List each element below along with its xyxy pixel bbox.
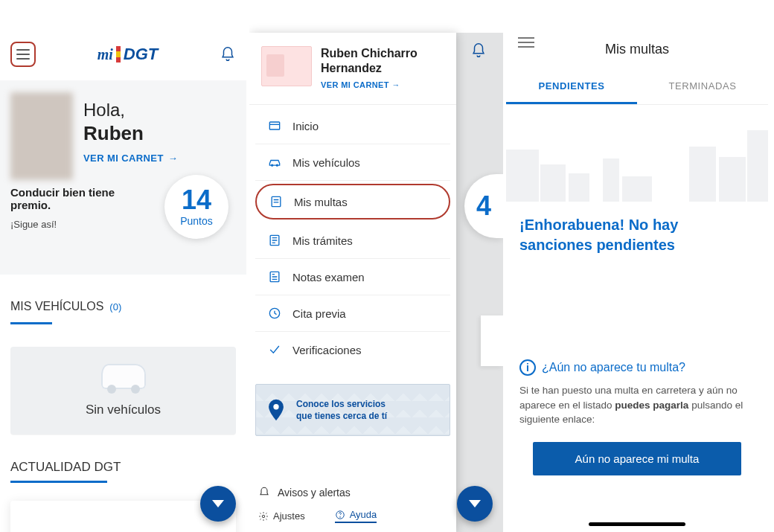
banner-line1: Conoce los servicios	[296, 399, 386, 409]
vehicles-card[interactable]: Sin vehículos	[10, 347, 236, 435]
ajustes-label: Ajustes	[273, 510, 305, 522]
menu-vehiculos[interactable]: Mis vehículos	[255, 144, 450, 181]
exam-icon	[267, 269, 282, 284]
ticket-icon	[269, 194, 284, 209]
app-logo[interactable]: mi DGT	[97, 45, 159, 64]
car-icon	[267, 155, 282, 170]
avisos-alertas-link[interactable]: Avisos y alertas	[258, 482, 447, 503]
menu-verificaciones[interactable]: Verificaciones	[255, 332, 450, 368]
menu-button[interactable]	[10, 42, 36, 67]
gear-icon	[258, 511, 269, 522]
page-title: Mis multas	[605, 42, 669, 57]
tab-terminadas[interactable]: TERMINADAS	[637, 71, 768, 104]
tab-pendientes[interactable]: PENDIENTES	[506, 71, 637, 104]
svg-rect-3	[272, 196, 281, 206]
user-photo	[10, 92, 73, 180]
menu-cita-previa[interactable]: Cita previa	[255, 295, 450, 332]
map-pin-icon	[263, 397, 289, 423]
skyline-illustration	[506, 105, 768, 202]
points-peek: 4	[464, 174, 503, 238]
svg-rect-0	[269, 122, 279, 129]
menu-button[interactable]	[518, 37, 534, 48]
no-sanctions-message: ¡Enhorabuena! No hay sanciones pendiente…	[519, 215, 755, 255]
points-label: Puntos	[180, 215, 213, 227]
points-peek-value: 4	[476, 190, 491, 222]
home-indicator	[589, 522, 685, 526]
car-icon	[101, 364, 146, 389]
ajustes-link[interactable]: Ajustes	[258, 509, 305, 523]
bell-icon	[220, 46, 236, 63]
vehicles-heading: MIS VEHÍCULOS	[10, 300, 103, 313]
flag-icon	[116, 46, 121, 63]
ayuda-label: Ayuda	[350, 509, 377, 520]
ver-mi-carnet-link[interactable]: VER MI CARNET →	[321, 80, 400, 89]
menu-label: Mis multas	[294, 196, 348, 208]
menu-label: Inicio	[292, 120, 319, 132]
news-heading: ACTUALIDAD DGT	[10, 460, 236, 475]
news-underline	[10, 481, 107, 483]
svg-point-10	[339, 516, 340, 517]
notifications-button[interactable]	[220, 46, 236, 63]
info-heading: i ¿Aún no aparece tu multa?	[519, 359, 755, 376]
card-peek	[481, 315, 503, 366]
bell-outline-icon	[258, 487, 270, 499]
points-value: 14	[182, 187, 211, 214]
clock-icon	[267, 306, 282, 321]
chevron-down-icon	[212, 500, 224, 507]
vehicles-empty-label: Sin vehículos	[86, 403, 161, 417]
info-heading-text: ¿Aún no aparece tu multa?	[542, 361, 685, 374]
menu-label: Cita previa	[292, 307, 346, 320]
arrow-right-icon: →	[168, 153, 178, 164]
ayuda-link[interactable]: Ayuda	[335, 509, 377, 523]
check-icon	[267, 342, 282, 357]
doc-icon	[267, 233, 282, 248]
menu-notas-examen[interactable]: Notas examen	[255, 259, 450, 295]
info-icon: i	[519, 359, 536, 376]
svg-point-7	[273, 404, 278, 409]
fab-dropdown-button[interactable]	[457, 486, 493, 522]
menu-tramites[interactable]: Mis trámites	[255, 222, 450, 259]
bell-icon	[470, 42, 487, 59]
nav-drawer: Ruben Chicharro Hernandez VER MI CARNET …	[249, 33, 456, 532]
tabs: PENDIENTES TERMINADAS	[506, 71, 768, 105]
vehicles-count: (0)	[109, 301, 121, 313]
aun-no-aparece-button[interactable]: Aún no aparece mi multa	[533, 442, 741, 475]
drive-well-title: Conducir bien tiene premio.	[10, 186, 144, 211]
nearby-services-banner[interactable]: Conoce los servicios que tienes cerca de…	[255, 384, 450, 436]
home-icon	[267, 118, 282, 133]
ver-mi-carnet-link[interactable]: VER MI CARNET →	[83, 153, 178, 164]
menu-label: Mis vehículos	[292, 156, 360, 169]
menu-label: Verificaciones	[292, 344, 362, 356]
menu-multas[interactable]: Mis multas	[255, 184, 450, 219]
menu-label: Notas examen	[292, 271, 365, 283]
avisos-label: Avisos y alertas	[278, 487, 351, 499]
chevron-down-icon	[469, 500, 481, 507]
svg-point-8	[262, 515, 265, 518]
info-body: Si te han puesto una multa en carretera …	[519, 383, 755, 427]
points-badge[interactable]: 14 Puntos	[164, 175, 228, 239]
logo-mi: mi	[97, 46, 113, 63]
vehicles-underline	[10, 322, 52, 324]
menu-inicio[interactable]: Inicio	[255, 108, 450, 144]
help-icon	[335, 510, 345, 520]
notifications-button[interactable]	[470, 42, 487, 59]
fab-dropdown-button[interactable]	[200, 486, 236, 522]
banner-line2: que tienes cerca de tí	[296, 411, 387, 421]
menu-label: Mis trámites	[292, 234, 353, 247]
logo-dgt: DGT	[124, 45, 158, 64]
